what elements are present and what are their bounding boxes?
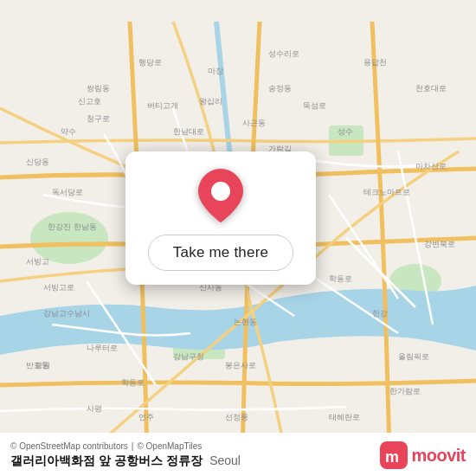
take-me-there-button[interactable]: Take me there [148,235,293,271]
svg-text:독서당로: 독서당로 [52,188,83,196]
svg-text:쌍림동: 쌍림동 [87,84,110,93]
svg-text:한강진 한남동: 한강진 한남동 [48,222,97,231]
svg-text:언주: 언주 [138,413,154,421]
svg-text:송정동: 송정동 [268,84,292,93]
popup-card: Take me there [125,151,316,285]
svg-text:한남대로: 한남대로 [173,127,204,136]
svg-point-50 [211,182,230,201]
moovit-brand-name: moovit [411,446,466,466]
svg-text:행당로: 행당로 [138,58,162,67]
pin-area [198,169,243,222]
svg-text:신당동: 신당동 [26,158,49,166]
map-container: 신당동 서빙고 반포동 쌍림동 행당로 마장 성수리로 용답천 천호대로 아차산… [0,0,476,476]
svg-text:나루터로: 나루터로 [87,344,118,352]
svg-text:한강: 한강 [372,309,388,318]
svg-text:태헤란로: 태헤란로 [329,413,360,421]
svg-text:잠원: 잠원 [35,361,50,370]
svg-text:학동로: 학동로 [329,274,352,283]
svg-text:테크노마트로: 테크노마트로 [363,188,410,196]
svg-text:용답천: 용답천 [363,58,387,67]
svg-text:학동로: 학동로 [121,378,145,387]
bottom-bar: © OpenStreetMap contributors | © OpenMap… [0,433,476,476]
location-name: 갤러리아백화점 앞 공항버스 정류장 [10,453,203,467]
svg-text:강남구청: 강남구청 [173,352,204,361]
attribution-separator: | [132,441,134,451]
svg-text:강남고수남시: 강남고수남시 [43,309,90,318]
svg-text:한가람로: 한가람로 [389,387,421,396]
svg-text:뚝섬로: 뚝섬로 [303,101,326,110]
svg-text:논현동: 논현동 [234,318,257,326]
svg-text:서빙고: 서빙고 [26,257,49,266]
location-city: Seoul [209,453,241,467]
svg-text:아차산로: 아차산로 [415,162,447,170]
svg-text:봉은사로: 봉은사로 [225,361,256,370]
svg-text:강변북로: 강변북로 [424,240,455,248]
attribution-text2: © OpenMapTiles [137,441,202,451]
svg-text:올림픽로: 올림픽로 [398,352,429,361]
svg-text:성수리로: 성수리로 [268,49,299,58]
attribution-text1: © OpenStreetMap contributors [10,441,128,451]
svg-text:천호대로: 천호대로 [415,84,447,93]
svg-text:신고호: 신고호 [78,97,101,106]
location-pin-icon [198,169,243,222]
svg-text:서빙고로: 서빙고로 [43,283,74,292]
svg-text:왕십리: 왕십리 [199,97,222,106]
svg-text:청구로: 청구로 [87,114,110,123]
svg-point-1 [30,212,108,264]
svg-text:사평: 사평 [87,404,102,413]
moovit-app-icon: m [380,441,408,469]
svg-text:m: m [385,448,399,466]
svg-text:선정릉: 선정릉 [225,413,248,421]
svg-text:버티고개: 버티고개 [147,101,178,110]
svg-text:성수: 성수 [338,127,353,136]
svg-text:사근동: 사근동 [242,119,266,127]
pin-wrapper [198,169,243,222]
svg-text:마장: 마장 [208,67,223,75]
svg-text:약수: 약수 [61,127,76,136]
moovit-logo: m moovit [380,441,466,469]
